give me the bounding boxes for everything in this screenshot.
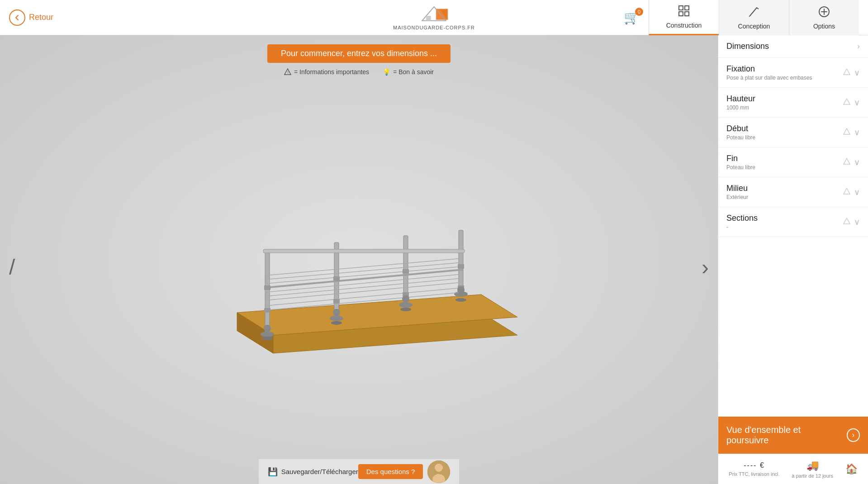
bottom-bar: 💾 Sauvegarder/Télécharger Des questions …: [259, 459, 460, 484]
logo: MAISONDUGARDE-CORPS.FR: [393, 5, 475, 30]
option-icons: ∨: [843, 68, 860, 78]
svg-marker-59: [844, 128, 850, 134]
option-title: Dimensions: [726, 42, 769, 51]
svg-marker-60: [844, 158, 850, 164]
svg-rect-3: [426, 16, 431, 21]
option-row-milieu[interactable]: Milieu Extérieur ∨: [718, 177, 868, 207]
header-right: 🛒 0 Construction: [624, 0, 859, 35]
option-icons: ∨: [843, 98, 860, 108]
option-icons: ›: [857, 42, 860, 51]
option-row-hauteur[interactable]: Hauteur 1000 mm ∨: [718, 88, 868, 118]
option-row-dimensions[interactable]: Dimensions ›: [718, 35, 868, 58]
right-panel: Dimensions › Fixation Pose à plat sur da…: [718, 35, 868, 484]
svg-rect-28: [263, 249, 465, 253]
option-title: Hauteur: [726, 94, 755, 104]
option-icons: ∨: [843, 128, 860, 138]
option-row-sections[interactable]: Sections - ∨: [718, 207, 868, 237]
cart-badge: 0: [635, 8, 643, 16]
svg-line-10: [757, 8, 759, 9]
option-title: Fin: [726, 154, 755, 163]
railing-3d: [201, 172, 517, 362]
nav-next-button[interactable]: ›: [702, 256, 709, 278]
option-sub: 1000 mm: [726, 104, 755, 111]
nav-prev-button[interactable]: /: [9, 256, 15, 278]
price-item: ---- € Prix TTC, livraison incl.: [729, 461, 779, 477]
svg-point-46: [264, 325, 271, 332]
save-icon: 💾: [268, 467, 278, 477]
svg-point-25: [399, 302, 413, 308]
svg-rect-38: [264, 285, 270, 290]
price-footer: ---- € Prix TTC, livraison incl. 🚚 à par…: [718, 454, 868, 484]
svg-rect-41: [458, 264, 464, 269]
save-button[interactable]: 💾 Sauvegarder/Télécharger: [268, 467, 358, 477]
tab-conception[interactable]: Conception: [719, 0, 789, 35]
chevron-icon: ∨: [854, 68, 860, 78]
info-icon: [843, 128, 850, 137]
bulb-icon: 💡: [383, 68, 390, 76]
legend-bulb-label: = Bon à savoir: [393, 68, 434, 76]
option-title: Milieu: [726, 184, 748, 193]
option-row-fin[interactable]: Fin Poteau libre ∨: [718, 147, 868, 177]
option-main: Milieu Extérieur: [726, 184, 748, 200]
info-icon: [843, 68, 850, 77]
svg-rect-20: [265, 251, 270, 335]
legend: ! = Informations importantes 💡 = Bon à s…: [284, 68, 434, 76]
main-content: Pour commencer, entrez vos dimensions ..…: [0, 35, 868, 484]
tab-conception-label: Conception: [738, 23, 770, 30]
back-circle-icon[interactable]: [9, 9, 25, 26]
option-main: Début Poteau libre: [726, 124, 755, 141]
cart-button[interactable]: 🛒 0: [624, 10, 640, 25]
info-icon: [843, 98, 850, 107]
svg-line-9: [750, 8, 757, 16]
option-main: Fixation Pose à plat sur dalle avec emba…: [726, 64, 812, 81]
svg-marker-57: [844, 69, 850, 75]
info-icon: [843, 158, 850, 167]
back-button[interactable]: Retour: [29, 13, 53, 22]
chevron-icon: ∨: [854, 157, 860, 167]
delivery-icon: 🚚: [806, 460, 819, 471]
viewport: Pour commencer, entrez vos dimensions ..…: [0, 35, 718, 484]
save-label: Sauvegarder/Télécharger: [281, 468, 358, 475]
chevron-icon: ∨: [854, 128, 860, 138]
option-row-debut[interactable]: Début Poteau libre ∨: [718, 118, 868, 147]
option-title: Fixation: [726, 64, 812, 74]
tab-options[interactable]: Options: [789, 0, 859, 35]
cta-button[interactable]: Vue d'ensemble et poursuivre ›: [718, 417, 868, 454]
option-sub: -: [726, 224, 758, 230]
option-sub: Poteau libre: [726, 164, 755, 171]
svg-point-55: [435, 464, 443, 472]
option-main: Sections -: [726, 214, 758, 230]
option-title: Début: [726, 124, 755, 133]
svg-rect-40: [403, 269, 409, 274]
delivery-item: 🚚 à partir de 12 jours: [792, 460, 833, 479]
svg-marker-61: [844, 188, 850, 194]
questions-button[interactable]: Des questions ?: [358, 464, 423, 479]
info-banner: Pour commencer, entrez vos dimensions ..…: [267, 44, 451, 63]
svg-rect-39: [333, 276, 340, 281]
option-row-fixation[interactable]: Fixation Pose à plat sur dalle avec emba…: [718, 58, 868, 88]
warning-icon: !: [284, 68, 291, 76]
tab-construction[interactable]: Construction: [649, 0, 719, 35]
svg-point-51: [331, 321, 342, 325]
svg-text:!: !: [287, 70, 289, 75]
conception-icon: [748, 5, 760, 21]
svg-rect-7: [679, 12, 683, 16]
tab-options-label: Options: [813, 23, 835, 30]
tabs: Construction Conception: [649, 0, 859, 35]
svg-point-21: [261, 332, 274, 337]
svg-point-23: [330, 316, 343, 321]
option-sub: Poteau libre: [726, 134, 755, 141]
option-main: Dimensions: [726, 42, 769, 51]
legend-bulb: 💡 = Bon à savoir: [383, 68, 434, 76]
scene-area: /: [0, 76, 718, 459]
chevron-icon: ∨: [854, 98, 860, 108]
legend-warning-label: = Informations importantes: [294, 68, 369, 76]
info-icon: [843, 218, 850, 227]
svg-rect-6: [685, 6, 689, 10]
option-title: Sections: [726, 214, 758, 223]
info-icon: [843, 188, 850, 197]
chevron-icon: ∨: [854, 217, 860, 227]
option-icons: ∨: [843, 217, 860, 227]
svg-point-52: [400, 308, 411, 311]
option-sub: Extérieur: [726, 194, 748, 200]
